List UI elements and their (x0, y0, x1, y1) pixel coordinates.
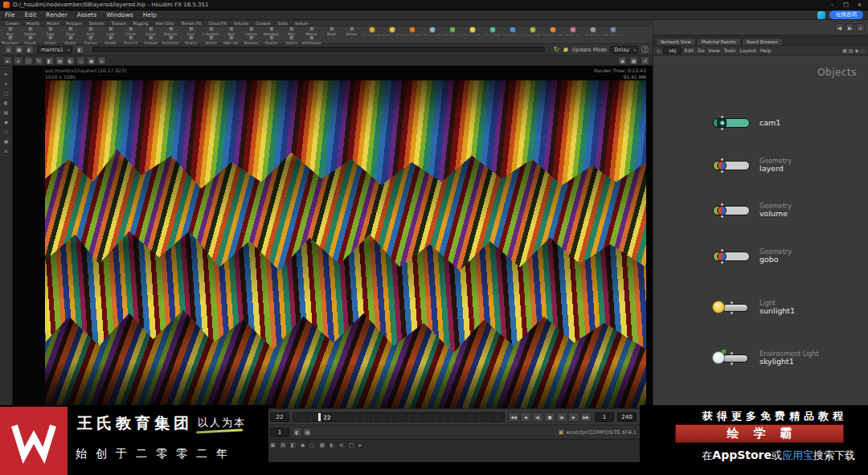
viewport-toolbar-icon[interactable]: ▤ (55, 56, 64, 65)
shelf-tool[interactable]: Pyro FX (121, 35, 141, 44)
network-canvas[interactable]: Objects cam1 Geometrylayerd Geometryvolu… (653, 55, 868, 408)
render-quality-icon[interactable] (563, 47, 569, 53)
network-menu-item[interactable]: Go (698, 47, 704, 53)
shelf-tool[interactable]: Curve (141, 27, 161, 35)
left-strip-icon[interactable]: □ (4, 91, 9, 96)
network-menu-item[interactable]: Help (760, 47, 772, 53)
range-start-field[interactable]: 1 (595, 412, 614, 422)
node-body[interactable] (713, 159, 753, 172)
menu-item[interactable]: Edit (20, 11, 42, 18)
transport-button[interactable]: |▶ (556, 412, 567, 422)
shelf-tab[interactable]: Rigging (130, 21, 153, 26)
status-icon[interactable]: □ (349, 442, 354, 448)
viewport-toolbar-icon[interactable]: ◇ (76, 56, 85, 65)
status-icon[interactable]: ▣ (270, 442, 276, 448)
shelf-light-tool[interactable]: Switcher (583, 27, 603, 35)
network-path[interactable]: obj (663, 47, 682, 54)
shelf-tool[interactable]: Ripple (60, 35, 80, 44)
shelf-tab[interactable]: Polygon (63, 21, 86, 26)
status-icon[interactable]: ▸ (359, 442, 362, 448)
node-layerd[interactable]: Geometrylayerd (713, 158, 792, 174)
status-icon[interactable]: ▤ (280, 442, 286, 448)
viewport-toolbar-icon[interactable]: ▦ (629, 56, 638, 65)
current-frame-field[interactable]: 22 (270, 412, 289, 422)
playbar-toggle-icon[interactable]: ◐ (293, 428, 301, 436)
transport-button[interactable]: ■ (544, 412, 555, 422)
auto-update-icon[interactable]: ↻ (553, 46, 559, 53)
shelf-tab[interactable]: Vellum (292, 21, 313, 26)
shelf-light-tool[interactable]: Volume Light (442, 27, 462, 35)
shelf-light-tool[interactable]: Portal Light (542, 27, 563, 35)
shelf-tool[interactable]: Metaball (261, 27, 281, 35)
status-icon[interactable]: ○ (309, 442, 314, 448)
render-toolbar-icon[interactable]: ◐ (25, 45, 34, 54)
step-field[interactable]: 1 (270, 428, 289, 437)
pane-tab[interactable]: Network View (656, 38, 696, 45)
shelf-tab[interactable]: Solid (275, 21, 292, 26)
viewport-toolbar-icon[interactable]: ▣ (87, 56, 96, 65)
folder-icon[interactable]: ▣ (559, 429, 564, 436)
shelf-tool[interactable]: Circle (121, 27, 141, 35)
shelf-light-tool[interactable]: Sky Light (482, 27, 502, 35)
viewport-toolbar-icon[interactable]: ◐ (66, 56, 75, 65)
shelf-tool[interactable]: Ray (281, 27, 301, 35)
status-icon[interactable]: ◐ (330, 442, 334, 448)
shelf-light-tool[interactable]: VR Camera (603, 27, 623, 35)
shelf-scroll-icon[interactable]: ◀ (835, 23, 844, 32)
shelf-tool[interactable]: Flames (80, 35, 100, 44)
left-strip-icon[interactable]: ≡ (4, 149, 8, 154)
menu-item[interactable]: Assets (72, 11, 101, 18)
shelf-tool[interactable]: Explosion (161, 35, 181, 44)
node-skylight1[interactable]: Environment Lightskylight1 (713, 350, 819, 366)
left-strip-icon[interactable]: ▤ (4, 110, 9, 115)
shelf-tool[interactable]: Shatter (261, 35, 281, 44)
status-icon[interactable]: ≡ (339, 442, 344, 448)
shelf-tool[interactable]: Ocean (40, 35, 60, 44)
menu-item[interactable]: Render (41, 11, 72, 18)
shelf-tab[interactable]: Deform (86, 21, 108, 26)
engine-select[interactable]: mantra1 (37, 46, 72, 54)
viewport-toolbar-icon[interactable]: ≡ (97, 56, 106, 65)
range-end-field[interactable]: 240 (617, 412, 637, 422)
network-toolbar-icon[interactable]: ▧ (849, 47, 854, 53)
transport-button[interactable]: ◀ (520, 412, 531, 422)
menu-item[interactable]: Help (138, 11, 162, 18)
shelf-tool[interactable]: Lattice (241, 27, 261, 35)
network-menu-item[interactable]: Edit (684, 47, 694, 53)
minimize-button[interactable]: – (825, 0, 839, 10)
shelf-tab[interactable]: Volume (231, 21, 253, 26)
viewport-toolbar-icon[interactable]: ◧ (45, 56, 54, 65)
node-volume[interactable]: Geometryvolume (713, 203, 792, 219)
node-sunlight1[interactable]: Lightsunlight1 (713, 300, 795, 316)
pane-tab[interactable]: Material Palette (697, 38, 741, 45)
transport-button[interactable]: ◀◀ (508, 412, 519, 422)
left-strip-icon[interactable]: ◆ (4, 120, 8, 125)
node-body[interactable] (713, 117, 753, 129)
shelf-tool[interactable]: Group (342, 27, 362, 35)
transport-button[interactable]: ▶▶ (580, 412, 592, 422)
help-icon[interactable]: ? (641, 46, 649, 53)
network-menu-item[interactable]: Tools (724, 47, 736, 53)
node-body[interactable] (713, 204, 753, 217)
status-icon[interactable]: ▦ (319, 442, 325, 448)
viewport-toolbar-icon[interactable]: ▸ (3, 56, 12, 65)
left-strip-icon[interactable]: ▣ (4, 139, 9, 144)
render-toolbar-icon[interactable]: ≡ (4, 45, 13, 54)
shelf-tab[interactable]: Hair Utils (153, 21, 178, 26)
shelf-light-tool[interactable]: Point Light (382, 27, 402, 35)
viewport-toolbar-icon[interactable]: ↻ (35, 56, 43, 65)
snapshot-icon[interactable]: ◧ (76, 45, 84, 54)
left-strip-icon[interactable]: + (4, 81, 8, 86)
node-shape[interactable] (723, 354, 748, 362)
shelf-tool[interactable]: Font (181, 27, 201, 35)
viewport-toolbar-icon[interactable]: □ (24, 56, 33, 65)
shelf-tool[interactable]: Clouds (20, 35, 40, 44)
network-menu-item[interactable]: View (708, 47, 719, 53)
shelf-light-tool[interactable]: Area Light (402, 27, 422, 35)
left-strip-icon[interactable]: ◐ (4, 100, 8, 105)
shelf-tool[interactable]: Vellum (201, 35, 221, 44)
shelf-tool[interactable]: Mountain (0, 35, 20, 44)
network-toolbar-icon[interactable]: ◉ (855, 47, 859, 53)
shelf-tool[interactable]: Blast (321, 27, 342, 35)
node-shape[interactable] (723, 304, 748, 312)
